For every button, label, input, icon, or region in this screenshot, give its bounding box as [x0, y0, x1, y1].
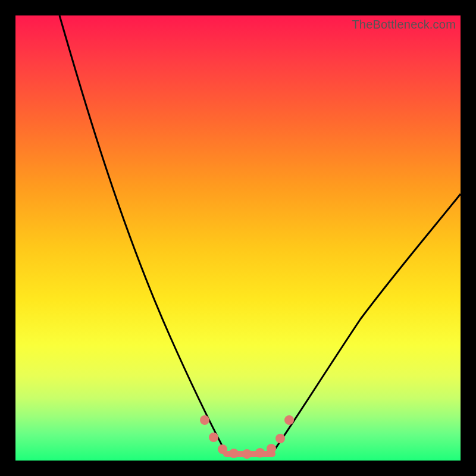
svg-point-7 [275, 434, 285, 443]
bottleneck-curve [15, 15, 461, 461]
valley-markers [200, 415, 294, 459]
svg-point-3 [229, 449, 239, 458]
svg-point-5 [255, 448, 265, 458]
right-curve [274, 194, 461, 451]
svg-point-1 [209, 433, 218, 442]
left-curve [60, 15, 225, 451]
plot-area: TheBottleneck.com [15, 15, 461, 461]
svg-point-8 [284, 415, 294, 425]
svg-point-2 [218, 444, 227, 454]
svg-point-0 [200, 415, 209, 425]
svg-point-4 [242, 449, 252, 459]
chart-frame: TheBottleneck.com [0, 0, 476, 476]
svg-point-6 [267, 444, 276, 453]
